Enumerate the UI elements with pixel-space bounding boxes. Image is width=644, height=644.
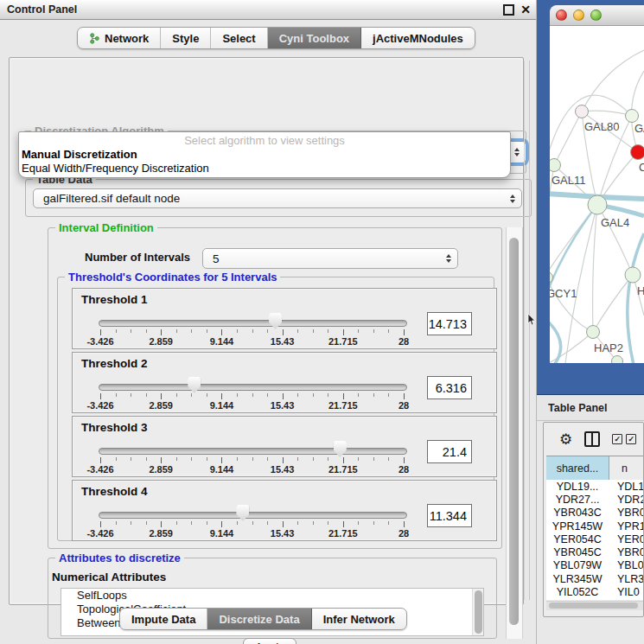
- tab-jactivemnodules[interactable]: jActiveMNodules: [361, 28, 475, 48]
- stepper-arrows-icon[interactable]: [446, 249, 451, 268]
- horizontal-scrollbar[interactable]: [546, 601, 643, 610]
- slider-thumb[interactable]: [334, 441, 347, 457]
- tick-label: 9.144: [197, 464, 245, 475]
- slider-track[interactable]: [99, 320, 407, 327]
- network-node[interactable]: [626, 110, 639, 123]
- node-label: HAP2: [594, 341, 623, 354]
- tab-network[interactable]: Network: [78, 28, 161, 48]
- tab-label: Discretize Data: [219, 613, 299, 626]
- table-row[interactable]: YBR043CYBR0: [546, 507, 643, 520]
- scrollbar-thumb[interactable]: [475, 590, 482, 634]
- tick-mark: [237, 521, 238, 525]
- table-row[interactable]: YBR045CYBR0: [546, 545, 643, 558]
- tick-mark: [161, 329, 162, 335]
- zoom-traffic-light-icon[interactable]: [590, 10, 602, 21]
- network-node[interactable]: [588, 195, 607, 214]
- cell-shared-name: YDL19...: [546, 481, 609, 493]
- threshold-value-field[interactable]: 21.4: [427, 440, 472, 463]
- window-title: Control Panel: [0, 3, 77, 16]
- slider-track[interactable]: [99, 448, 407, 455]
- tick-mark: [221, 521, 222, 527]
- tick-mark: [388, 457, 389, 461]
- network-node[interactable]: [631, 145, 644, 160]
- table-row[interactable]: YDL19...YDL1: [546, 480, 643, 493]
- checkbox-icon[interactable]: ✓: [626, 434, 636, 444]
- tick-mark: [116, 521, 117, 525]
- slider-thumb[interactable]: [188, 377, 201, 393]
- list-scrollbar[interactable]: [472, 589, 483, 635]
- tick-mark: [283, 521, 284, 527]
- threshold-value-field[interactable]: 11.344: [427, 504, 472, 527]
- table-data-combo[interactable]: galFiltered.sif default node: [33, 188, 522, 208]
- tab-discretize-data[interactable]: Discretize Data: [207, 609, 311, 629]
- close-icon[interactable]: ✕: [520, 0, 531, 19]
- slider-track[interactable]: [99, 512, 407, 519]
- stepper-arrows-icon[interactable]: [514, 142, 520, 163]
- tick-label: 15.43: [258, 528, 307, 539]
- network-node[interactable]: [625, 267, 641, 283]
- tick-mark: [297, 521, 298, 525]
- control-panel-window: Control Panel ✕ NetworkStyleSelectCyni T…: [0, 0, 537, 644]
- cell-name: YLR3: [609, 573, 643, 585]
- network-node[interactable]: [576, 105, 589, 118]
- slider-thumb[interactable]: [236, 505, 249, 521]
- tab-cyni-toolbox[interactable]: Cyni Toolbox: [268, 28, 361, 48]
- stepper-arrows-icon[interactable]: [510, 189, 515, 207]
- table-row[interactable]: YLR345WYLR3: [546, 572, 643, 585]
- table-row[interactable]: YPR145WYPR1: [546, 520, 643, 532]
- tick-mark: [131, 393, 131, 397]
- network-node[interactable]: [612, 356, 623, 364]
- tick-mark: [146, 521, 147, 525]
- apply-button[interactable]: Apply: [243, 638, 296, 644]
- threshold-panel: Threshold 1-3.4262.8599.14415.4321.71528…: [72, 288, 497, 349]
- num-intervals-combo[interactable]: 5: [202, 248, 458, 269]
- cell-name: YDR2: [609, 494, 643, 506]
- cell-name: YBL0: [609, 559, 643, 571]
- tick-mark: [100, 329, 101, 335]
- tick-mark: [343, 329, 344, 335]
- column-header-shared-name[interactable]: shared...: [546, 456, 609, 480]
- slider-thumb[interactable]: [269, 313, 282, 329]
- table-row[interactable]: YDR27...YDR2: [546, 493, 643, 506]
- panel-scrollbar[interactable]: [506, 227, 523, 639]
- algorithm-option[interactable]: Equal Width/Frequency Discretization: [22, 162, 513, 175]
- tab-select[interactable]: Select: [211, 28, 267, 48]
- dropdown-placeholder: Select algorithm to view settings: [19, 134, 510, 147]
- column-header-name[interactable]: n: [609, 456, 643, 480]
- network-node[interactable]: [550, 159, 561, 172]
- tab-infer-network[interactable]: Infer Network: [312, 609, 406, 629]
- settings-gear-icon[interactable]: ⚙: [559, 432, 572, 447]
- network-canvas[interactable]: GAL80GACGAL11GAL4GCY1HHAP2: [550, 26, 644, 363]
- algorithm-option[interactable]: Manual Discretization: [22, 148, 513, 162]
- close-traffic-light-icon[interactable]: [556, 10, 567, 21]
- tick-mark: [283, 329, 284, 335]
- tick-mark: [116, 457, 117, 461]
- threshold-value-field[interactable]: 6.316: [427, 376, 472, 399]
- table-row[interactable]: YBL079WYBL0: [546, 559, 643, 572]
- tick-label: 15.43: [258, 336, 307, 347]
- network-node[interactable]: [587, 326, 600, 339]
- tick-mark: [343, 521, 344, 527]
- network-window-titlebar: [550, 5, 644, 26]
- tab-impute-data[interactable]: Impute Data: [120, 609, 207, 629]
- slider-track[interactable]: [99, 384, 407, 391]
- float-window-icon[interactable]: [503, 4, 514, 16]
- tab-style[interactable]: Style: [161, 28, 211, 48]
- threshold-value-field[interactable]: 14.713: [427, 312, 472, 335]
- columns-icon[interactable]: [584, 431, 600, 447]
- cell-name: YIL0: [609, 586, 643, 598]
- tick-label: 21.715: [319, 464, 367, 475]
- list-item[interactable]: SelfLoops: [61, 589, 483, 603]
- table-row[interactable]: YIL052CYIL0: [546, 585, 643, 598]
- tick-mark: [146, 393, 147, 397]
- tick-mark: [131, 521, 131, 525]
- scrollbar-thumb[interactable]: [549, 603, 638, 609]
- cell-shared-name: YBR043C: [546, 507, 609, 519]
- table-row[interactable]: YER054CYER0: [546, 532, 643, 545]
- tick-mark: [404, 457, 405, 463]
- scrollbar-thumb[interactable]: [509, 238, 519, 625]
- group-title: Attributes to discretize: [55, 552, 184, 564]
- checkbox-icon[interactable]: ✓: [612, 434, 622, 444]
- minimize-traffic-light-icon[interactable]: [573, 10, 584, 21]
- tick-label: 28: [379, 400, 428, 411]
